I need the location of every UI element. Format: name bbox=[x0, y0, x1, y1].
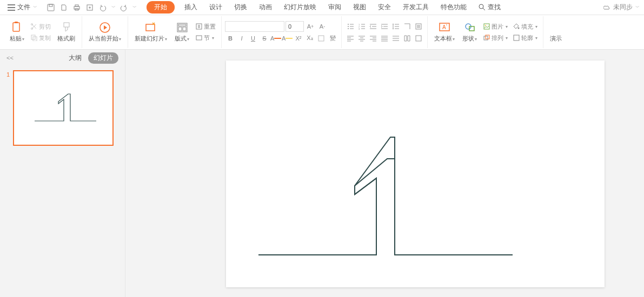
align-right-button[interactable] bbox=[368, 33, 379, 44]
slide-number: 1 bbox=[6, 70, 10, 146]
align-left-button[interactable] bbox=[345, 33, 356, 44]
phonetic-button[interactable]: 變 bbox=[327, 33, 338, 44]
grow-font-button[interactable]: A+ bbox=[305, 21, 316, 32]
from-current-button[interactable]: 从当前开始▾ bbox=[85, 22, 124, 43]
svg-rect-30 bbox=[416, 36, 421, 41]
undo-icon[interactable] bbox=[98, 3, 108, 12]
redo-dropdown-icon[interactable]: ﹀ bbox=[132, 4, 137, 10]
quick-access-toolbar: ﹀ ﹀ bbox=[46, 3, 137, 12]
save-icon[interactable] bbox=[46, 3, 56, 12]
bold-button[interactable]: B bbox=[225, 33, 236, 44]
collapse-panel-button[interactable]: << bbox=[6, 55, 14, 61]
tab-insert[interactable]: 插入 bbox=[182, 1, 200, 14]
present-button[interactable]: 演示 bbox=[547, 22, 565, 43]
tab-design[interactable]: 设计 bbox=[207, 1, 224, 14]
numbering-button[interactable]: 123 bbox=[356, 21, 367, 32]
new-slide-icon bbox=[145, 22, 157, 33]
smartart-button[interactable] bbox=[413, 33, 424, 44]
textbox-button[interactable]: A 文本框▾ bbox=[431, 22, 458, 43]
slide-canvas-area[interactable] bbox=[125, 50, 644, 297]
svg-rect-22 bbox=[318, 36, 324, 41]
svg-point-25 bbox=[348, 28, 349, 29]
new-slide-button[interactable]: 新建幻灯片▾ bbox=[131, 22, 170, 43]
present-group: 演示 bbox=[543, 16, 568, 48]
reset-button[interactable]: 重置 bbox=[194, 22, 218, 32]
clipboard-group: 粘贴▾ 剪切 复制 格式刷 bbox=[3, 16, 82, 48]
font-size-input[interactable] bbox=[286, 21, 304, 32]
slides-tab[interactable]: 幻灯片 bbox=[88, 52, 118, 64]
layout-button[interactable]: 版式▾ bbox=[171, 22, 192, 43]
ribbon-tabs: 开始 插入 设计 切换 动画 幻灯片放映 审阅 视图 安全 开发工具 特色功能 bbox=[147, 1, 469, 14]
undo-dropdown-icon[interactable]: ﹀ bbox=[111, 4, 116, 10]
shape-button[interactable]: 形状▾ bbox=[459, 22, 480, 43]
paste-button[interactable]: 粘贴▾ bbox=[6, 22, 28, 43]
copy-button[interactable]: 复制 bbox=[29, 33, 53, 43]
justify-button[interactable] bbox=[379, 33, 390, 44]
file-label: 文件 bbox=[17, 3, 30, 12]
svg-rect-1 bbox=[49, 4, 52, 6]
tab-animation[interactable]: 动画 bbox=[257, 1, 274, 14]
layout-icon bbox=[176, 22, 188, 33]
highlight-button[interactable]: A bbox=[282, 33, 293, 44]
svg-rect-7 bbox=[13, 23, 19, 31]
outline-tab[interactable]: 大纲 bbox=[69, 53, 82, 63]
distribute-button[interactable] bbox=[390, 33, 401, 44]
outline-button[interactable]: 轮廓▾ bbox=[511, 33, 540, 43]
tab-start[interactable]: 开始 bbox=[147, 1, 175, 14]
ribbon: 粘贴▾ 剪切 复制 格式刷 从当前开始▾ 新建幻灯片▾ 版式▾ 重置 节▾ bbox=[0, 15, 644, 50]
print-preview-icon[interactable] bbox=[59, 3, 69, 12]
slide-thumbnails: 1 bbox=[0, 66, 125, 150]
strike-button[interactable]: S bbox=[259, 33, 270, 44]
workspace: << 大纲 幻灯片 1 bbox=[0, 50, 644, 297]
align-text-button[interactable] bbox=[413, 21, 424, 32]
shrink-font-button[interactable]: A- bbox=[317, 21, 328, 32]
fill-icon bbox=[513, 23, 520, 30]
font-group: A+ A- B I U S A A X² X₂ 變 bbox=[222, 16, 342, 48]
tab-review[interactable]: 审阅 bbox=[326, 1, 343, 14]
bullets-button[interactable] bbox=[345, 21, 356, 32]
tab-features[interactable]: 特色功能 bbox=[439, 1, 469, 14]
search-box[interactable]: 查找 bbox=[479, 3, 501, 12]
file-menu[interactable]: 文件 ﹀ bbox=[4, 2, 41, 13]
tab-view[interactable]: 视图 bbox=[351, 1, 368, 14]
tab-slideshow[interactable]: 幻灯片放映 bbox=[282, 1, 318, 14]
redo-icon[interactable] bbox=[119, 3, 129, 12]
copy-icon bbox=[31, 35, 37, 41]
export-icon[interactable] bbox=[85, 3, 95, 12]
columns-button[interactable] bbox=[402, 33, 413, 44]
increase-indent-button[interactable] bbox=[379, 21, 390, 32]
outline-icon bbox=[513, 35, 520, 41]
slide-1[interactable] bbox=[226, 60, 605, 287]
format-painter-button[interactable]: 格式刷 bbox=[54, 22, 78, 43]
thumbnail-shape-icon bbox=[14, 71, 112, 145]
text-direction-button[interactable] bbox=[402, 21, 413, 32]
svg-text:A: A bbox=[442, 24, 446, 30]
cut-button[interactable]: 剪切 bbox=[29, 22, 53, 32]
decrease-indent-button[interactable] bbox=[368, 21, 379, 32]
tab-devtools[interactable]: 开发工具 bbox=[401, 1, 431, 14]
print-icon[interactable] bbox=[72, 3, 82, 12]
svg-rect-17 bbox=[178, 24, 186, 26]
clear-format-button[interactable] bbox=[316, 33, 327, 44]
fill-button[interactable]: 填充▾ bbox=[511, 22, 540, 32]
tab-transition[interactable]: 切换 bbox=[232, 1, 249, 14]
italic-button[interactable]: I bbox=[236, 33, 247, 44]
shape-icon bbox=[464, 22, 476, 33]
picture-button[interactable]: 图片▾ bbox=[481, 22, 510, 32]
underline-button[interactable]: U bbox=[248, 33, 258, 44]
align-center-button[interactable] bbox=[356, 33, 367, 44]
drawing-group: A 文本框▾ 形状▾ 图片▾ 排列▾ 填充▾ 轮廓▾ bbox=[428, 16, 543, 48]
sync-status[interactable]: 未同步 ﹀ bbox=[603, 3, 640, 12]
subscript-button[interactable]: X₂ bbox=[304, 33, 315, 44]
slide-shape-number-1-icon bbox=[226, 60, 605, 287]
superscript-button[interactable]: X² bbox=[293, 33, 304, 44]
line-spacing-button[interactable] bbox=[390, 21, 401, 32]
tab-security[interactable]: 安全 bbox=[376, 1, 393, 14]
arrange-button[interactable]: 排列▾ bbox=[481, 33, 510, 43]
font-family-input[interactable] bbox=[225, 21, 284, 32]
slide-thumbnail-1[interactable] bbox=[13, 70, 114, 146]
section-button[interactable]: 节▾ bbox=[194, 33, 218, 43]
side-tabs: << 大纲 幻灯片 bbox=[0, 50, 125, 66]
font-color-button[interactable]: A bbox=[270, 33, 281, 44]
svg-rect-18 bbox=[178, 27, 182, 31]
